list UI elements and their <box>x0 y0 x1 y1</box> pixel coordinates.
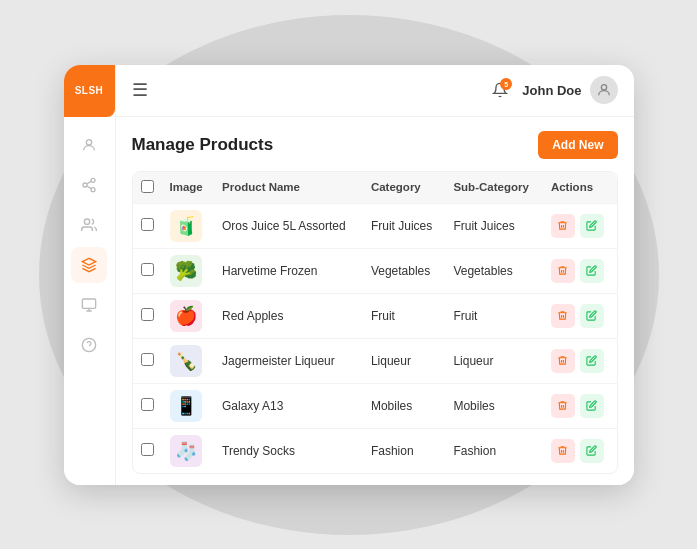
delete-button-1[interactable] <box>551 214 575 238</box>
logo-text: SLSH <box>75 85 104 96</box>
col-actions: Actions <box>543 172 617 204</box>
user-avatar[interactable] <box>590 76 618 104</box>
page-title: Manage Products <box>132 135 274 155</box>
header-checkbox-cell <box>133 172 162 204</box>
row-image-cell: 🍎 <box>162 293 215 338</box>
app-window: SLSH <box>64 65 634 485</box>
row-category: Fashion <box>363 428 446 473</box>
svg-point-2 <box>83 183 87 187</box>
svg-line-4 <box>87 186 92 189</box>
row-checkbox-cell <box>133 203 162 248</box>
action-buttons <box>551 439 609 463</box>
row-checkbox-cell <box>133 248 162 293</box>
sidebar-item-monitor[interactable] <box>71 287 107 323</box>
svg-point-13 <box>601 85 606 90</box>
row-sub-category: Vegetables <box>445 248 542 293</box>
row-actions <box>543 428 617 473</box>
delete-button-3[interactable] <box>551 304 575 328</box>
svg-line-5 <box>87 181 92 184</box>
table-row: 🍎 Red Apples Fruit Fruit <box>133 293 617 338</box>
product-image-3: 🍎 <box>170 300 202 332</box>
action-buttons <box>551 304 609 328</box>
action-buttons <box>551 349 609 373</box>
sidebar-item-share[interactable] <box>71 167 107 203</box>
table-row: 🥦 Harvetime Frozen Vegetables Vegetables <box>133 248 617 293</box>
sidebar-item-profile[interactable] <box>71 127 107 163</box>
row-sub-category: Fashion <box>445 428 542 473</box>
table-row: 🍾 Jagermeister Liqueur Liqueur Liqueur <box>133 338 617 383</box>
sidebar-nav <box>71 127 107 485</box>
row-category: Vegetables <box>363 248 446 293</box>
row-checkbox-6[interactable] <box>141 443 154 456</box>
col-category: Category <box>363 172 446 204</box>
edit-button-1[interactable] <box>580 214 604 238</box>
delete-button-5[interactable] <box>551 394 575 418</box>
main-content: ☰ 5 John Doe Manage Products A <box>116 65 634 485</box>
delete-button-4[interactable] <box>551 349 575 373</box>
row-product-name: Harvetime Frozen <box>214 248 363 293</box>
header-left: ☰ <box>132 79 148 101</box>
row-image-cell: 🧦 <box>162 428 215 473</box>
outer-circle: SLSH <box>39 15 659 535</box>
row-product-name: Oros Juice 5L Assorted <box>214 203 363 248</box>
row-image-cell: 🍾 <box>162 338 215 383</box>
row-checkbox-1[interactable] <box>141 218 154 231</box>
row-sub-category: Liqueur <box>445 338 542 383</box>
select-all-checkbox[interactable] <box>141 180 154 193</box>
svg-point-3 <box>91 187 95 191</box>
row-image-cell: 🧃 <box>162 203 215 248</box>
table-row: 🧦 Trendy Socks Fashion Fashion <box>133 428 617 473</box>
svg-point-1 <box>91 178 95 182</box>
row-product-name: Galaxy A13 <box>214 383 363 428</box>
sidebar-item-help[interactable] <box>71 327 107 363</box>
row-checkbox-5[interactable] <box>141 398 154 411</box>
edit-button-4[interactable] <box>580 349 604 373</box>
row-category: Fruit Juices <box>363 203 446 248</box>
sidebar: SLSH <box>64 65 116 485</box>
row-checkbox-3[interactable] <box>141 308 154 321</box>
col-image: Image <box>162 172 215 204</box>
row-image-cell: 📱 <box>162 383 215 428</box>
product-image-5: 📱 <box>170 390 202 422</box>
delete-button-2[interactable] <box>551 259 575 283</box>
row-product-name: Trendy Socks <box>214 428 363 473</box>
sidebar-item-layers[interactable] <box>71 247 107 283</box>
action-buttons <box>551 394 609 418</box>
row-image-cell: 🥦 <box>162 248 215 293</box>
table-body: 🧃 Oros Juice 5L Assorted Fruit Juices Fr… <box>133 203 617 473</box>
add-new-button[interactable]: Add New <box>538 131 617 159</box>
row-checkbox-2[interactable] <box>141 263 154 276</box>
sidebar-item-users[interactable] <box>71 207 107 243</box>
row-category: Liqueur <box>363 338 446 383</box>
header: ☰ 5 John Doe <box>116 65 634 117</box>
edit-button-3[interactable] <box>580 304 604 328</box>
hamburger-icon[interactable]: ☰ <box>132 79 148 101</box>
product-image-4: 🍾 <box>170 345 202 377</box>
edit-button-2[interactable] <box>580 259 604 283</box>
products-table: Image Product Name Category Sub-Category… <box>133 172 617 473</box>
row-checkbox-cell <box>133 338 162 383</box>
row-category: Fruit <box>363 293 446 338</box>
svg-rect-8 <box>82 299 95 308</box>
row-sub-category: Fruit <box>445 293 542 338</box>
page-content: Manage Products Add New Image Product Na… <box>116 117 634 485</box>
edit-button-6[interactable] <box>580 439 604 463</box>
notification-icon[interactable]: 5 <box>486 76 514 104</box>
svg-point-0 <box>86 139 91 144</box>
notification-badge: 5 <box>500 78 512 90</box>
sidebar-logo: SLSH <box>64 65 116 117</box>
row-actions <box>543 248 617 293</box>
row-checkbox-4[interactable] <box>141 353 154 366</box>
svg-marker-7 <box>82 258 95 265</box>
col-product-name: Product Name <box>214 172 363 204</box>
product-image-2: 🥦 <box>170 255 202 287</box>
row-checkbox-cell <box>133 293 162 338</box>
products-table-wrapper: Image Product Name Category Sub-Category… <box>132 171 618 474</box>
svg-point-6 <box>84 219 89 224</box>
col-sub-category: Sub-Category <box>445 172 542 204</box>
action-buttons <box>551 259 609 283</box>
edit-button-5[interactable] <box>580 394 604 418</box>
delete-button-6[interactable] <box>551 439 575 463</box>
row-actions <box>543 203 617 248</box>
row-sub-category: Fruit Juices <box>445 203 542 248</box>
